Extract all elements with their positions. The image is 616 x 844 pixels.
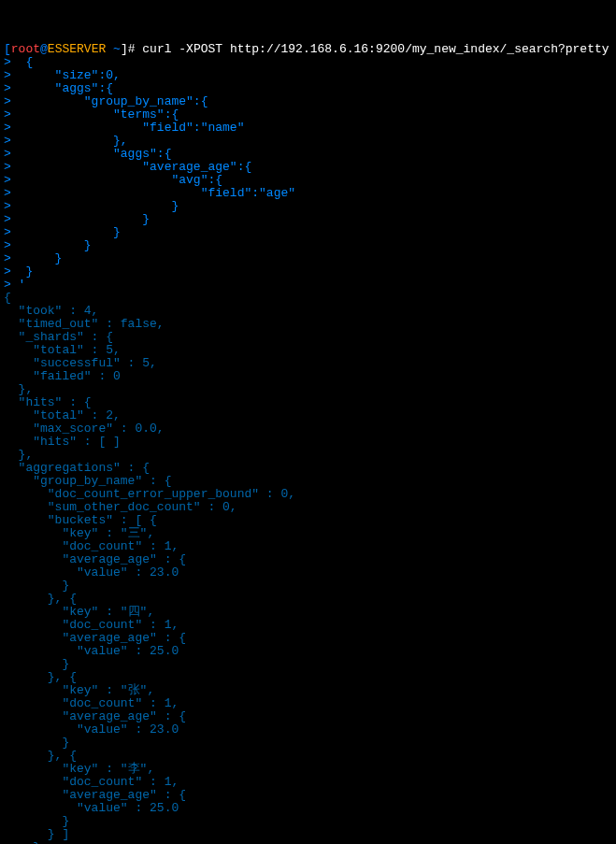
prompt-host: ESSERVER — [48, 42, 106, 56]
prompt-path: ~ — [106, 42, 121, 56]
input-json-block: > { > "size":0, > "aggs":{ > "group_by_n… — [4, 56, 612, 292]
command-text: curl -XPOST http://192.168.6.16:9200/my_… — [142, 42, 616, 56]
prompt-at: @ — [40, 42, 48, 56]
terminal-output[interactable]: [root@ESSERVER ~]# curl -XPOST http://19… — [4, 43, 612, 844]
prompt-bracket: [ — [4, 42, 11, 56]
prompt-hash: ]# — [121, 42, 142, 56]
prompt-user: root — [11, 42, 40, 56]
output-json-block: { "took" : 4, "timed_out" : false, "_sha… — [4, 292, 612, 844]
